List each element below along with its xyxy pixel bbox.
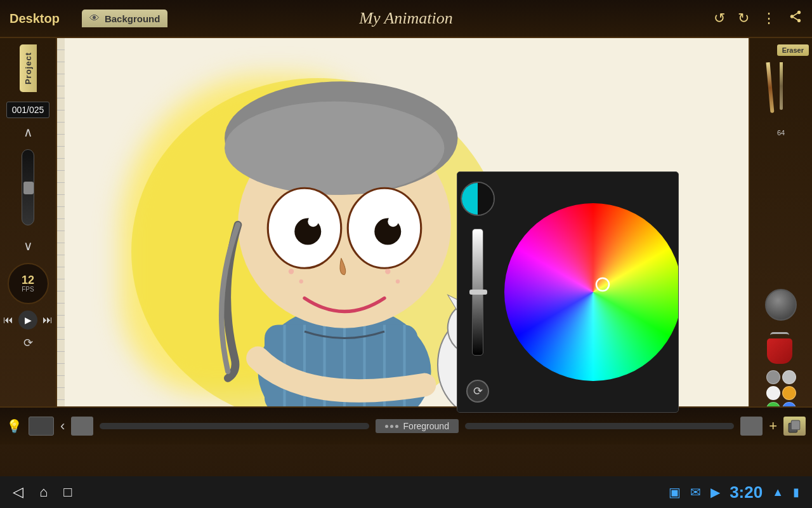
app-container: Desktop 👁 Background My Animation ↺ ↻ ⋮	[0, 0, 812, 476]
next-frame-button[interactable]: ⏭	[43, 314, 53, 326]
background-tab[interactable]: 👁 Background	[82, 10, 168, 27]
svg-point-20	[299, 279, 303, 283]
right-panel: Eraser 64	[749, 38, 812, 438]
timeline-bulb-icon: 💡	[6, 418, 22, 434]
svg-point-18	[388, 216, 398, 227]
eye-icon: 👁	[89, 13, 100, 24]
play-store-icon: ▶	[710, 485, 720, 500]
frame-copy-button[interactable]	[783, 417, 806, 436]
share-button[interactable]	[789, 10, 802, 27]
nav-arrows-down: ∨	[23, 238, 33, 253]
frame-counter: 001/025	[6, 102, 50, 118]
screenshot-icon: ▣	[669, 485, 681, 500]
color-wheel-svg	[504, 203, 679, 381]
battery-icon: ▮	[793, 485, 799, 499]
status-bar: ◁ ⌂ □ ▣ ✉ ▶ 3:20 ▲ ▮	[0, 476, 812, 508]
dot-3	[395, 425, 398, 428]
prev-frame-button[interactable]: ⏮	[3, 314, 13, 326]
color-picker-panel[interactable]: ⟳	[457, 171, 679, 413]
opacity-slider-thumb[interactable]	[23, 182, 34, 194]
brushes-display	[756, 62, 806, 126]
svg-rect-35	[791, 420, 800, 430]
desktop-label: Desktop	[10, 11, 60, 26]
color-wheel[interactable]	[504, 203, 679, 381]
back-button[interactable]: ◁	[13, 484, 23, 500]
timeline-track-right[interactable]	[465, 423, 734, 429]
timeline-track[interactable]	[100, 423, 369, 429]
add-frame-button[interactable]: +	[769, 418, 777, 434]
dot-2	[390, 425, 393, 428]
color-jar-gray[interactable]	[766, 370, 780, 384]
ruler-left	[57, 38, 65, 438]
color-jar-row-2	[766, 386, 796, 400]
top-bar-icons: ↺ ↻ ⋮	[714, 10, 802, 27]
opacity-slider[interactable]	[22, 149, 34, 225]
redo-button[interactable]: ↻	[738, 10, 749, 27]
color-picker-controls: ⟳	[457, 172, 498, 412]
frame-down-arrow[interactable]: ∨	[23, 238, 33, 253]
timeline-handle-right[interactable]	[740, 417, 763, 436]
bottom-timeline-bar: 💡 ‹ Foreground +	[0, 406, 812, 444]
foreground-label: Foreground	[403, 421, 449, 431]
status-bar-left: ◁ ⌂ □	[13, 484, 72, 500]
foreground-tab[interactable]: Foreground	[376, 419, 459, 433]
color-wheel-container	[498, 172, 679, 412]
menu-button[interactable]: ⋮	[762, 10, 776, 27]
loop-button[interactable]: ⟳	[23, 336, 33, 350]
reset-color-button[interactable]: ⟳	[466, 380, 489, 403]
svg-point-32	[504, 203, 679, 381]
status-time: 3:20	[730, 483, 763, 502]
color-preview-circle	[461, 182, 495, 216]
color-jar-white[interactable]	[766, 386, 780, 400]
color-jar-row-1	[766, 370, 796, 384]
timeline-prev-button[interactable]: ‹	[60, 418, 65, 434]
nav-arrows: ∧	[23, 124, 33, 140]
home-button[interactable]: ⌂	[39, 484, 48, 500]
top-bar: Desktop 👁 Background My Animation ↺ ↻ ⋮	[0, 0, 812, 38]
eraser-label[interactable]: Eraser	[777, 44, 809, 56]
mail-icon: ✉	[690, 485, 701, 500]
svg-point-17	[308, 216, 318, 227]
fps-value: 12	[22, 274, 34, 286]
play-icon: ▶	[25, 315, 32, 325]
brightness-thumb[interactable]	[469, 290, 487, 295]
color-jar-lightgray[interactable]	[782, 370, 796, 384]
svg-point-21	[385, 269, 390, 274]
project-tab[interactable]: Project	[20, 44, 37, 92]
brush-size-knob[interactable]	[765, 289, 797, 321]
foreground-dots	[385, 425, 398, 428]
brightness-slider[interactable]	[472, 229, 483, 356]
recent-apps-button[interactable]: □	[63, 484, 72, 500]
play-button[interactable]: ▶	[18, 311, 37, 330]
paint-bucket[interactable]	[767, 329, 796, 364]
svg-point-12	[225, 102, 445, 195]
app-title: My Animation	[359, 9, 453, 28]
copy-icon	[787, 418, 802, 434]
fps-control[interactable]: 12 FPS	[8, 263, 49, 304]
brush-size-label: 64	[777, 129, 785, 137]
left-panel: Project 001/025 ∧ ∨ 12 FPS ⏮ ▶ ⏭ ⟳	[0, 38, 57, 438]
wifi-icon: ▲	[772, 486, 783, 499]
color-jar-orange[interactable]	[782, 386, 796, 400]
frame-up-arrow[interactable]: ∧	[23, 124, 33, 140]
foreground-section: Foreground	[376, 419, 459, 433]
undo-button[interactable]: ↺	[714, 10, 725, 27]
dot-1	[385, 425, 388, 428]
background-tab-label: Background	[105, 13, 160, 24]
fps-label: FPS	[22, 286, 34, 293]
svg-point-19	[289, 269, 294, 274]
timeline-frame-thumb[interactable]	[29, 417, 54, 436]
timeline-handle-left[interactable]	[71, 417, 93, 436]
status-bar-right: ▣ ✉ ▶ 3:20 ▲ ▮	[669, 483, 799, 502]
playback-controls: ⏮ ▶ ⏭	[3, 311, 53, 330]
svg-point-22	[396, 279, 400, 283]
